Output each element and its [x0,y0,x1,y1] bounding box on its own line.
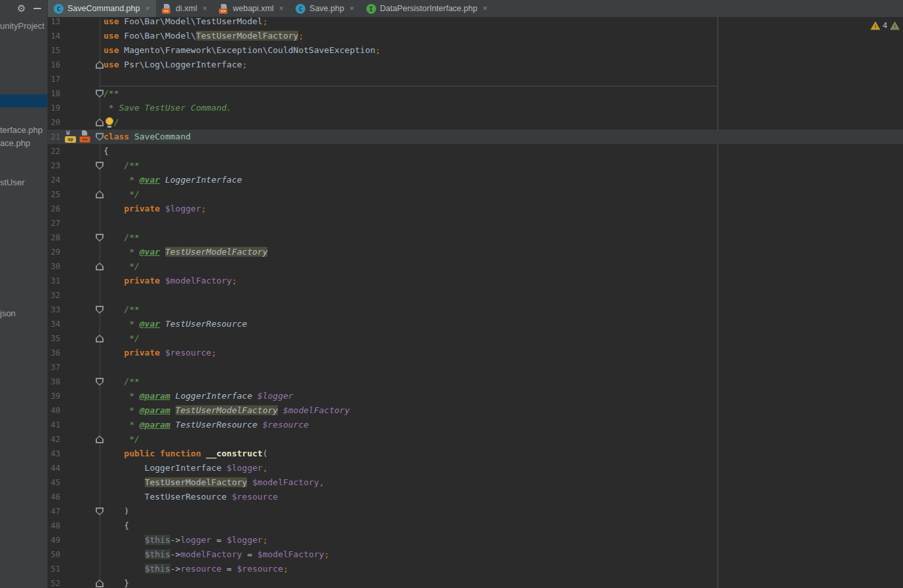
line-number[interactable]: 49 [48,533,60,547]
line-number[interactable]: 42 [48,432,60,447]
line-number[interactable]: 48 [48,519,60,533]
line-number[interactable]: 13 [48,17,60,29]
tree-item[interactable]: json [0,307,48,320]
editor-tab[interactable]: CSave.php✕ [290,0,360,17]
line-number[interactable]: 47 [48,504,60,519]
fold-marker-up-icon[interactable] [96,335,104,342]
code-text[interactable]: * @param LoggerInterface $logger [104,389,294,403]
code-text[interactable]: private $modelFactory; [104,274,237,288]
tab-close-icon[interactable]: ✕ [349,5,355,12]
line-number[interactable]: 27 [48,216,60,230]
fold-marker-up-icon[interactable] [96,61,104,69]
line-number[interactable]: 24 [48,173,60,187]
tree-item[interactable]: unityProject [0,20,48,33]
inspections-widget[interactable]: ! 4 ! [870,21,900,30]
code-text[interactable]: public function __construct( [104,447,267,461]
intention-bulb-icon[interactable] [105,117,114,128]
code-text[interactable]: use Magento\Framework\Exception\CouldNot… [104,43,381,58]
code-text[interactable]: use Foo\Bar\Model\TestUserModelFactory; [104,29,303,43]
fold-marker-up-icon[interactable] [96,579,104,587]
webapi-line-marker-icon[interactable]: Wap [65,130,76,143]
line-number[interactable]: 39 [48,389,60,403]
code-text[interactable]: private $logger; [104,202,206,216]
fold-marker-down-icon[interactable] [96,234,104,242]
code-text[interactable]: /** [104,375,140,389]
code-text[interactable]: */ [104,259,140,274]
line-number[interactable]: 18 [48,86,60,101]
line-number[interactable]: 44 [48,461,60,475]
line-number[interactable]: 19 [48,101,60,115]
code-text[interactable]: } [104,576,129,588]
code-text[interactable]: LoggerInterface $logger, [104,461,267,475]
line-number[interactable]: 17 [48,72,60,86]
code-text[interactable]: */ [104,331,140,346]
line-number[interactable]: 28 [48,230,60,245]
line-number[interactable]: 33 [48,303,60,317]
fold-marker-down-icon[interactable] [96,378,104,386]
tree-item[interactable] [0,94,48,107]
line-number[interactable]: 23 [48,158,60,173]
code-text[interactable]: * @var TestUserResource [104,317,247,331]
line-number[interactable]: 46 [48,490,60,504]
line-number[interactable]: 45 [48,475,60,490]
code-text[interactable]: { [104,144,109,158]
line-number[interactable]: 41 [48,418,60,432]
code-text[interactable]: * @var LoggerInterface [104,173,242,187]
fold-marker-down-icon[interactable] [96,306,104,314]
editor-tab[interactable]: CSaveCommand.php✕ [48,0,156,17]
code-text[interactable]: */ [104,432,140,447]
line-number[interactable]: 22 [48,144,60,158]
fold-marker-down-icon[interactable] [96,507,104,515]
line-number[interactable]: 40 [48,403,60,418]
code-text[interactable]: /** [104,230,140,245]
fold-marker-down-icon[interactable] [96,162,104,170]
line-number[interactable]: 37 [48,360,60,375]
code-text[interactable]: class SaveCommand [104,130,191,144]
line-number[interactable]: 14 [48,29,60,43]
code-editor[interactable]: 13use Foo\Bar\Model\TestUserModel;14use … [48,17,903,588]
line-number[interactable]: 34 [48,317,60,331]
fold-marker-down-icon[interactable] [96,133,104,141]
code-text[interactable]: $this->logger = $logger; [104,533,268,547]
line-number[interactable]: 29 [48,245,60,259]
line-number[interactable]: 16 [48,58,60,72]
code-text[interactable]: /** [104,158,140,173]
code-text[interactable]: TestUserResource $resource [104,490,278,504]
code-text[interactable]: /** [104,86,119,101]
line-number[interactable]: 35 [48,331,60,346]
line-number[interactable]: 31 [48,274,60,288]
code-text[interactable]: private $resource; [104,346,216,360]
tab-close-icon[interactable]: ✕ [145,5,150,12]
code-text[interactable]: { [104,519,129,533]
di-config-line-marker-icon[interactable]: <> [79,130,90,143]
tree-item[interactable]: ace.php [0,137,48,150]
tree-item[interactable]: stUser [0,176,48,189]
line-number[interactable]: 30 [48,259,60,274]
line-number[interactable]: 20 [48,115,60,130]
gear-icon[interactable]: ⚙ [17,3,26,14]
tab-close-icon[interactable]: ✕ [202,5,208,12]
tree-item[interactable]: terface.php [0,124,48,137]
line-number[interactable]: 15 [48,43,60,58]
line-number[interactable]: 21 [48,130,60,144]
code-text[interactable]: * @param TestUserResource $resource [104,418,309,432]
code-text[interactable]: */ [104,187,140,202]
fold-marker-up-icon[interactable] [96,263,104,270]
line-number[interactable]: 32 [48,288,60,303]
code-text[interactable]: use Psr\Log\LoggerInterface; [104,58,247,72]
code-text[interactable]: * Save TestUser Command. [104,101,232,115]
code-text[interactable]: * @param TestUserModelFactory $modelFact… [104,403,350,418]
hide-panel-icon[interactable] [33,8,41,9]
editor-tab[interactable]: IDataPersistorInterface.php✕ [360,0,493,17]
tab-close-icon[interactable]: ✕ [279,5,284,12]
line-number[interactable]: 52 [48,576,60,588]
line-number[interactable]: 26 [48,202,60,216]
fold-marker-up-icon[interactable] [96,435,104,443]
code-text[interactable]: TestUserModelFactory $modelFactory, [104,475,324,490]
fold-marker-down-icon[interactable] [96,90,104,98]
collapse-panel-icon[interactable]: « [0,4,6,13]
code-text[interactable]: $this->modelFactory = $modelFactory; [104,547,329,562]
line-number[interactable]: 50 [48,547,60,562]
line-number[interactable]: 36 [48,346,60,360]
editor-tab[interactable]: <>webapi.xml✕ [213,0,290,17]
